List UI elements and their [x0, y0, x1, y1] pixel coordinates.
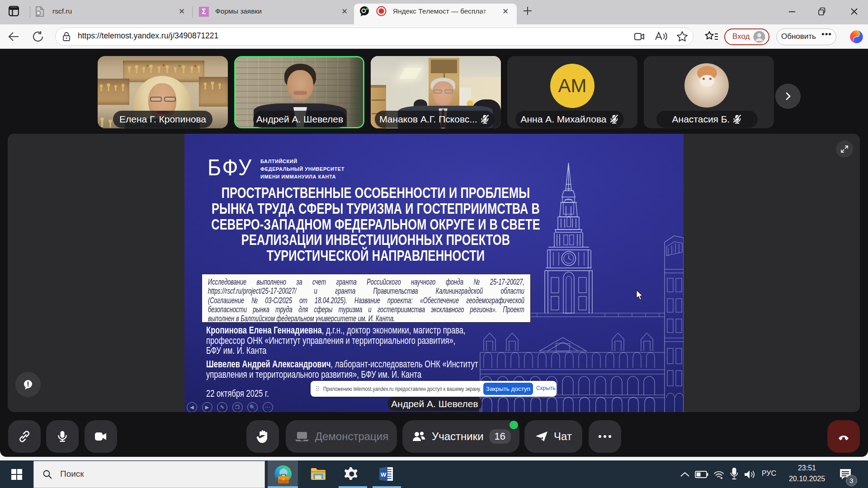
svg-text:W: W: [381, 471, 387, 478]
